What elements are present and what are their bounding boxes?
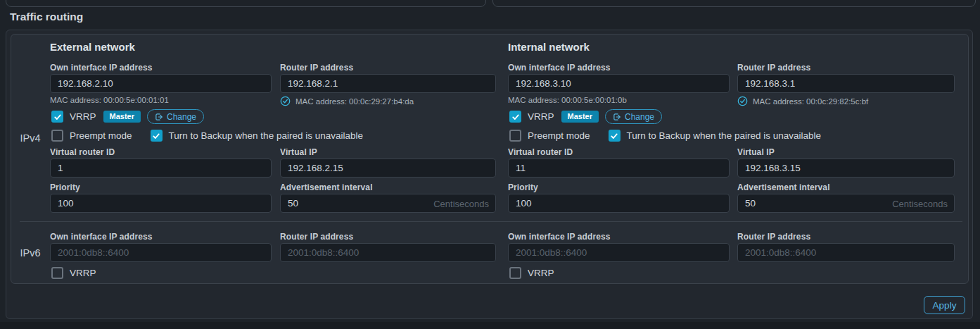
own-interface-ipv6-input[interactable]	[508, 243, 730, 262]
vrrp-ipv6-label: VRRP	[528, 268, 554, 278]
router-ip-input[interactable]	[280, 74, 496, 93]
turn-backup-checkbox[interactable]	[151, 130, 163, 142]
router-ip-label: Router IP address	[280, 63, 496, 73]
adv-interval-label: Advertisement interval	[737, 182, 955, 192]
router-mac-address: MAC address: 00:0c:29:82:5c:bf	[737, 96, 868, 106]
virtual-ip-label: Virtual IP	[737, 147, 955, 157]
vrrp-ipv6-label: VRRP	[70, 268, 96, 278]
vrrp-ipv6-checkbox[interactable]	[509, 267, 521, 279]
preempt-mode-label: Preempt mode	[70, 130, 132, 141]
own-interface-ip-label: Own interface IP address	[508, 63, 730, 73]
priority-label: Priority	[508, 182, 730, 192]
priority-label: Priority	[50, 182, 272, 192]
check-icon	[152, 132, 160, 140]
ipv4-row-label: IPv4	[11, 132, 49, 144]
router-ip-label-ipv6: Router IP address	[280, 232, 496, 242]
virtual-ip-input[interactable]	[737, 159, 955, 178]
check-icon	[53, 113, 62, 121]
priority-input[interactable]	[508, 194, 730, 213]
own-interface-ip-input[interactable]	[508, 74, 730, 93]
vrrp-checkbox[interactable]	[509, 111, 521, 123]
preempt-mode-checkbox[interactable]	[509, 130, 521, 142]
router-ip-input[interactable]	[737, 74, 955, 93]
vrrp-ipv6-checkbox[interactable]	[51, 267, 63, 279]
adv-interval-label: Advertisement interval	[280, 182, 496, 192]
change-icon	[613, 113, 621, 121]
vrrp-checkbox[interactable]	[51, 111, 63, 123]
vrrp-role-badge: Master	[561, 111, 599, 123]
adv-interval-input[interactable]	[737, 194, 955, 213]
own-interface-ip-label-ipv6: Own interface IP address	[50, 232, 272, 242]
page-title: Traffic routing	[10, 11, 83, 23]
router-ip-label-ipv6: Router IP address	[737, 232, 955, 242]
virtual-ip-input[interactable]	[280, 159, 496, 178]
own-interface-ip-label-ipv6: Own interface IP address	[508, 232, 730, 242]
router-ipv6-input[interactable]	[737, 243, 955, 262]
check-icon	[610, 132, 618, 140]
change-icon	[155, 113, 163, 121]
router-ipv6-input[interactable]	[280, 243, 496, 262]
verified-check-icon	[280, 96, 291, 106]
preempt-mode-label: Preempt mode	[528, 130, 590, 141]
virtual-router-id-input[interactable]	[50, 159, 272, 178]
own-mac-address: MAC address: 00:00:5e:00:01:01	[50, 96, 169, 104]
virtual-router-id-label: Virtual router ID	[508, 147, 730, 157]
router-ip-label: Router IP address	[737, 63, 955, 73]
virtual-router-id-input[interactable]	[508, 159, 730, 178]
own-interface-ipv6-input[interactable]	[50, 243, 272, 262]
apply-button[interactable]: Apply	[924, 296, 965, 314]
router-mac-address: MAC address: 00:0c:29:27:b4:da	[280, 96, 414, 106]
change-role-button[interactable]: Change	[147, 109, 204, 124]
change-role-button[interactable]: Change	[605, 109, 662, 124]
internal-network-section: Internal network Own interface IP addres…	[508, 34, 955, 284]
page-bottom-strip	[0, 322, 980, 329]
priority-input[interactable]	[50, 194, 272, 213]
own-mac-address: MAC address: 00:00:5e:00:01:0b	[508, 96, 627, 104]
ipv6-row-label: IPv6	[11, 247, 49, 259]
own-interface-ip-label: Own interface IP address	[50, 63, 272, 73]
check-icon	[511, 113, 520, 121]
turn-backup-label: Turn to Backup when the paired is unavai…	[627, 130, 821, 141]
virtual-ip-label: Virtual IP	[280, 147, 496, 157]
previous-section-panel-right	[492, 0, 976, 7]
turn-backup-label: Turn to Backup when the paired is unavai…	[169, 130, 363, 141]
preempt-mode-checkbox[interactable]	[51, 130, 63, 142]
own-interface-ip-input[interactable]	[50, 74, 272, 93]
external-network-section: External network Own interface IP addres…	[50, 34, 496, 284]
previous-section-panel-left	[6, 0, 486, 7]
vrrp-label: VRRP	[70, 111, 96, 122]
vrrp-role-badge: Master	[103, 111, 141, 123]
adv-interval-input[interactable]	[280, 194, 496, 213]
vrrp-label: VRRP	[528, 111, 554, 122]
verified-check-icon	[737, 96, 748, 106]
turn-backup-checkbox[interactable]	[609, 130, 621, 142]
virtual-router-id-label: Virtual router ID	[50, 147, 272, 157]
